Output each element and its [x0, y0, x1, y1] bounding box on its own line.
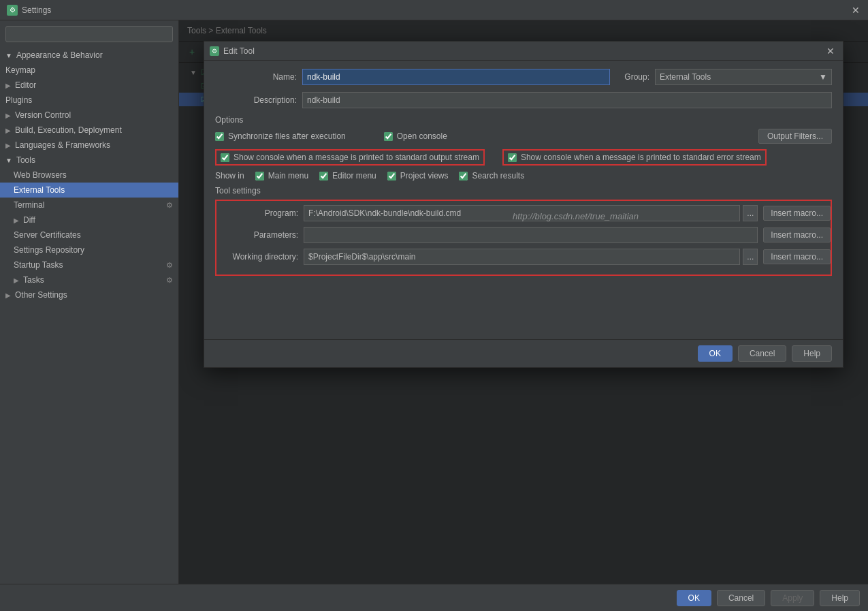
dialog-help-button[interactable]: Help	[792, 345, 832, 362]
search-results-checkbox[interactable]	[459, 172, 468, 181]
sync-files-row: Synchronize files after execution	[215, 131, 346, 141]
dialog-close-button[interactable]: ✕	[824, 44, 837, 58]
sidebar: ▼ Appearance & Behavior Keymap ▶ Editor …	[0, 20, 179, 584]
tool-settings-label: Tool settings	[215, 186, 832, 195]
search-input[interactable]	[10, 29, 168, 39]
group-dropdown[interactable]: External Tools ▼	[655, 69, 832, 85]
program-ellipsis-button[interactable]: ...	[743, 205, 758, 221]
sidebar-item-label: Version Control	[15, 110, 71, 120]
sidebar-item-label: Appearance & Behavior	[16, 50, 103, 60]
dialog-title-bar: ⚙ Edit Tool ✕	[204, 42, 843, 61]
sidebar-item-build[interactable]: ▶ Build, Execution, Deployment	[0, 123, 178, 138]
description-input[interactable]	[302, 92, 832, 108]
open-console-checkbox[interactable]	[384, 132, 393, 141]
working-dir-label: Working directory:	[216, 252, 298, 262]
expand-arrow: ▶	[5, 292, 11, 299]
group-label: Group:	[615, 72, 649, 82]
sidebar-item-other-settings[interactable]: ▶ Other Settings	[0, 287, 178, 302]
modal-overlay: ⚙ Edit Tool ✕ Name: Group: External Tool…	[179, 20, 868, 584]
program-row: Program: ... Insert macro...	[216, 205, 831, 221]
program-label: Program:	[216, 208, 298, 218]
sidebar-item-label: Editor	[15, 80, 36, 90]
sidebar-item-web-browsers[interactable]: Web Browsers	[0, 168, 178, 183]
options-section-label: Options	[215, 115, 832, 125]
sidebar-item-label: Tasks	[23, 275, 44, 285]
show-console-stderr-row: Show console when a message is printed t…	[502, 149, 767, 166]
dialog-cancel-button[interactable]: Cancel	[738, 345, 786, 362]
close-button[interactable]: ✕	[850, 5, 861, 16]
parameters-input[interactable]	[304, 227, 758, 243]
parameters-row: Parameters: Insert macro...	[216, 227, 831, 243]
show-in-label: Show in	[215, 171, 244, 181]
show-console-stderr-label: Show console when a message is printed t…	[521, 153, 761, 162]
main-menu-checkbox[interactable]	[255, 172, 264, 181]
show-console-stdout-checkbox[interactable]	[221, 153, 229, 162]
sidebar-item-label: Languages & Frameworks	[15, 140, 110, 150]
name-label: Name:	[215, 72, 297, 82]
sidebar-item-label: Web Browsers	[14, 170, 67, 180]
expand-arrow: ▼	[5, 52, 12, 59]
expand-arrow: ▶	[14, 277, 19, 284]
sidebar-item-label: Terminal	[14, 200, 44, 210]
sync-files-checkbox[interactable]	[215, 132, 224, 141]
search-results-label: Search results	[472, 171, 524, 181]
expand-arrow: ▼	[5, 157, 12, 164]
sidebar-item-label: Build, Execution, Deployment	[15, 125, 122, 135]
show-console-stderr-checkbox[interactable]	[508, 153, 517, 162]
show-in-row: Show in Main menu Editor menu Project vi…	[215, 171, 832, 181]
edit-tool-dialog: ⚙ Edit Tool ✕ Name: Group: External Tool…	[204, 41, 843, 368]
show-console-stdout-row: Show console when a message is printed t…	[215, 149, 485, 166]
sidebar-item-tasks[interactable]: ▶ Tasks ⚙	[0, 272, 178, 287]
app-icon: ⚙	[7, 5, 18, 16]
sidebar-item-plugins[interactable]: Plugins	[0, 93, 178, 108]
name-input[interactable]	[302, 69, 610, 85]
sidebar-item-label: Keymap	[5, 65, 35, 75]
show-console-stdout-label: Show console when a message is printed t…	[234, 153, 479, 162]
title-bar-text: Settings	[22, 5, 51, 15]
sidebar-item-label: External Tools	[14, 185, 65, 195]
sidebar-item-label: Plugins	[5, 95, 32, 105]
sidebar-item-settings-repository[interactable]: Settings Repository	[0, 242, 178, 257]
open-console-label: Open console	[397, 131, 447, 141]
sidebar-item-keymap[interactable]: Keymap	[0, 63, 178, 78]
sidebar-item-version-control[interactable]: ▶ Version Control	[0, 108, 178, 123]
main-layout: ▼ Appearance & Behavior Keymap ▶ Editor …	[0, 20, 868, 584]
dialog-ok-button[interactable]: OK	[698, 345, 733, 362]
project-views-checkbox[interactable]	[387, 172, 396, 181]
sidebar-item-label: Server Certificates	[14, 230, 81, 240]
sidebar-item-appearance[interactable]: ▼ Appearance & Behavior	[0, 48, 178, 63]
sidebar-item-label: Startup Tasks	[14, 260, 63, 270]
output-filters-button[interactable]: Output Filters...	[758, 129, 832, 144]
working-dir-input-wrap: ...	[304, 249, 758, 265]
search-box[interactable]	[5, 26, 173, 42]
program-input[interactable]	[304, 205, 740, 221]
sidebar-item-editor[interactable]: ▶ Editor	[0, 78, 178, 93]
dropdown-arrow-icon: ▼	[819, 72, 827, 82]
sidebar-item-server-certificates[interactable]: Server Certificates	[0, 228, 178, 242]
program-insert-macro-button[interactable]: Insert macro...	[763, 206, 831, 221]
sidebar-item-diff[interactable]: ▶ Diff	[0, 213, 178, 228]
sidebar-item-languages[interactable]: ▶ Languages & Frameworks	[0, 138, 178, 153]
cancel-button[interactable]: Cancel	[717, 590, 765, 606]
working-dir-ellipsis-button[interactable]: ...	[743, 249, 758, 265]
help-button[interactable]: Help	[820, 590, 860, 606]
expand-arrow: ▶	[5, 82, 11, 89]
editor-menu-checkbox[interactable]	[319, 172, 328, 181]
dialog-footer: OK Cancel Help	[204, 339, 843, 367]
working-dir-insert-macro-button[interactable]: Insert macro...	[763, 249, 831, 264]
sidebar-item-external-tools[interactable]: External Tools	[0, 183, 178, 198]
sidebar-item-label: Settings Repository	[14, 245, 84, 255]
bottom-bar: OK Cancel Apply Help	[0, 584, 868, 611]
dialog-icon: ⚙	[210, 46, 219, 56]
parameters-input-wrap	[304, 227, 758, 243]
name-row: Name: Group: External Tools ▼	[215, 69, 832, 85]
parameters-insert-macro-button[interactable]: Insert macro...	[763, 228, 831, 242]
ok-button[interactable]: OK	[677, 590, 711, 606]
apply-button[interactable]: Apply	[771, 590, 814, 606]
expand-arrow: ▶	[5, 142, 11, 149]
working-dir-input[interactable]	[304, 249, 740, 265]
editor-menu-label: Editor menu	[332, 171, 376, 181]
sidebar-item-terminal[interactable]: Terminal ⚙	[0, 198, 178, 213]
sidebar-item-startup-tasks[interactable]: Startup Tasks ⚙	[0, 257, 178, 272]
sidebar-item-tools[interactable]: ▼ Tools	[0, 153, 178, 168]
